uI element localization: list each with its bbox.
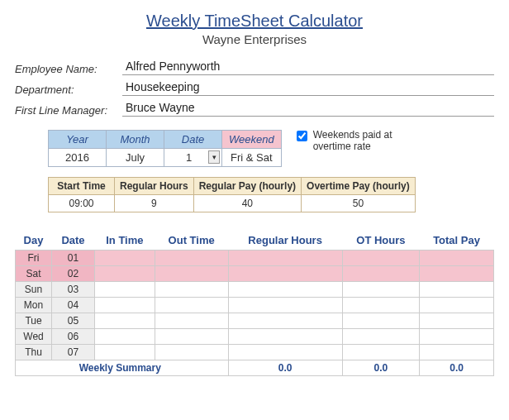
regular-hours-value[interactable]: 9 bbox=[115, 195, 194, 212]
cell-totalpay bbox=[420, 298, 494, 313]
table-row: Mon04 bbox=[16, 298, 494, 313]
year-header: Year bbox=[49, 131, 107, 149]
cell-outtime[interactable] bbox=[155, 345, 228, 360]
month-value[interactable]: July bbox=[107, 149, 164, 167]
cell-outtime[interactable] bbox=[155, 329, 228, 345]
regular-pay-header: Regular Pay (hourly) bbox=[193, 178, 301, 195]
cell-day: Fri bbox=[16, 251, 52, 266]
cell-totalpay bbox=[420, 329, 494, 345]
overtime-pay-value[interactable]: 50 bbox=[302, 195, 416, 212]
employee-row: Employee Name: Alfred Pennyworth bbox=[15, 58, 494, 75]
cell-day: Tue bbox=[16, 313, 52, 329]
cell-reghours bbox=[228, 329, 342, 345]
summary-total: 0.0 bbox=[420, 360, 494, 376]
cell-totalpay bbox=[420, 251, 494, 266]
cell-outtime[interactable] bbox=[155, 298, 228, 313]
cell-totalpay bbox=[420, 345, 494, 360]
cell-intime[interactable] bbox=[95, 282, 155, 298]
cell-totalpay bbox=[420, 282, 494, 298]
cell-reghours bbox=[228, 251, 342, 266]
timesheet-table: Day Date In Time Out Time Regular Hours … bbox=[15, 231, 494, 376]
cell-date: 05 bbox=[52, 313, 95, 329]
cell-outtime[interactable] bbox=[155, 282, 228, 298]
cell-othours bbox=[342, 329, 419, 345]
weekend-header: Weekend bbox=[222, 131, 282, 149]
page-title: Weekly TimeSheet Calculator bbox=[15, 12, 494, 31]
manager-row: First Line Manager: Bruce Wayne bbox=[15, 99, 494, 117]
cell-date: 03 bbox=[52, 282, 95, 298]
summary-reg: 0.0 bbox=[228, 360, 342, 376]
manager-label: First Line Manager: bbox=[15, 104, 122, 117]
cell-date: 04 bbox=[52, 298, 95, 313]
cell-reghours bbox=[228, 282, 342, 298]
cell-day: Sat bbox=[16, 266, 52, 282]
table-row: Fri01 bbox=[16, 251, 494, 266]
col-intime: In Time bbox=[95, 231, 155, 251]
cell-othours bbox=[342, 345, 419, 360]
cell-totalpay bbox=[420, 266, 494, 282]
table-row: Sun03 bbox=[16, 282, 494, 298]
department-row: Department: Housekeeping bbox=[15, 79, 494, 96]
table-row: Wed06 bbox=[16, 329, 494, 345]
overtime-pay-header: Overtime Pay (hourly) bbox=[302, 178, 416, 195]
date-header: Date bbox=[164, 131, 222, 149]
cell-intime[interactable] bbox=[95, 345, 155, 360]
regular-hours-header: Regular Hours bbox=[115, 178, 194, 195]
col-day: Day bbox=[16, 231, 52, 251]
cell-intime[interactable] bbox=[95, 313, 155, 329]
cell-outtime[interactable] bbox=[155, 313, 228, 329]
weekend-overtime-input[interactable] bbox=[297, 131, 307, 141]
cell-date: 01 bbox=[52, 251, 95, 266]
employee-value[interactable]: Alfred Pennyworth bbox=[122, 58, 494, 75]
cell-intime[interactable] bbox=[95, 298, 155, 313]
date-dropdown[interactable]: 1 ▾ bbox=[164, 149, 222, 167]
cell-reghours bbox=[228, 313, 342, 329]
weekend-overtime-label: Weekends paid at overtime rate bbox=[313, 130, 401, 153]
col-reghours: Regular Hours bbox=[228, 231, 342, 251]
start-time-value[interactable]: 09:00 bbox=[49, 195, 115, 212]
start-time-header: Start Time bbox=[49, 178, 115, 195]
cell-reghours bbox=[228, 298, 342, 313]
cell-othours bbox=[342, 266, 419, 282]
cell-outtime[interactable] bbox=[155, 251, 228, 266]
weekend-value[interactable]: Fri & Sat bbox=[222, 149, 282, 167]
department-value[interactable]: Housekeeping bbox=[122, 79, 494, 96]
chevron-down-icon[interactable]: ▾ bbox=[208, 150, 220, 164]
cell-intime[interactable] bbox=[95, 251, 155, 266]
summary-row: Weekly Summary 0.0 0.0 0.0 bbox=[16, 360, 494, 376]
weekend-overtime-checkbox[interactable]: Weekends paid at overtime rate bbox=[293, 130, 401, 153]
col-othours: OT Hours bbox=[342, 231, 419, 251]
summary-label: Weekly Summary bbox=[16, 360, 229, 376]
date-value: 1 bbox=[186, 151, 192, 164]
summary-ot: 0.0 bbox=[342, 360, 419, 376]
year-value[interactable]: 2016 bbox=[49, 149, 107, 167]
manager-value[interactable]: Bruce Wayne bbox=[122, 99, 494, 117]
cell-intime[interactable] bbox=[95, 329, 155, 345]
department-label: Department: bbox=[15, 84, 122, 96]
col-totalpay: Total Pay bbox=[420, 231, 494, 251]
cell-othours bbox=[342, 298, 419, 313]
company-name: Wayne Enterprises bbox=[15, 32, 494, 46]
cell-day: Thu bbox=[16, 345, 52, 360]
cell-totalpay bbox=[420, 313, 494, 329]
table-row: Sat02 bbox=[16, 266, 494, 282]
cell-date: 07 bbox=[52, 345, 95, 360]
period-params-table: Year Month Date Weekend 2016 July 1 ▾ Fr… bbox=[48, 130, 282, 167]
cell-reghours bbox=[228, 345, 342, 360]
col-outtime: Out Time bbox=[155, 231, 228, 251]
cell-outtime[interactable] bbox=[155, 266, 228, 282]
cell-othours bbox=[342, 251, 419, 266]
employee-label: Employee Name: bbox=[15, 63, 122, 75]
cell-date: 06 bbox=[52, 329, 95, 345]
regular-pay-value[interactable]: 40 bbox=[193, 195, 301, 212]
cell-intime[interactable] bbox=[95, 266, 155, 282]
month-header: Month bbox=[107, 131, 164, 149]
cell-date: 02 bbox=[52, 266, 95, 282]
cell-othours bbox=[342, 282, 419, 298]
cell-othours bbox=[342, 313, 419, 329]
cell-day: Wed bbox=[16, 329, 52, 345]
cell-day: Mon bbox=[16, 298, 52, 313]
cell-day: Sun bbox=[16, 282, 52, 298]
table-row: Thu07 bbox=[16, 345, 494, 360]
col-date: Date bbox=[52, 231, 95, 251]
